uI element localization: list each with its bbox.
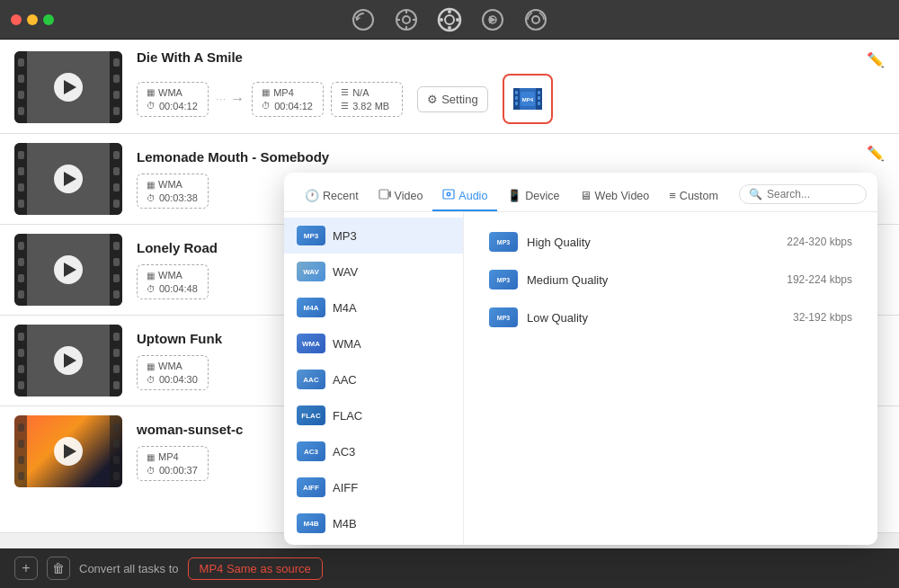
badge-m4a: M4A xyxy=(297,298,325,317)
quality-low-kbps: 32-192 kbps xyxy=(793,311,852,324)
output-format-btn-1[interactable]: MP4 xyxy=(503,74,553,124)
trash-icon: 🗑 xyxy=(52,561,65,575)
convert-label: Convert all tasks to xyxy=(79,562,179,575)
thumbnail-4[interactable] xyxy=(14,325,122,396)
tab-audio[interactable]: Audio xyxy=(432,182,497,211)
format-icon-4: ▦ xyxy=(147,361,155,371)
format-picker: 🕐 Recent Video Audio 📱 Device 🖥 xyxy=(284,173,877,545)
edit-icon-2[interactable]: ✏️ xyxy=(867,145,885,162)
add-button[interactable]: + xyxy=(14,557,38,580)
thumbnail-5[interactable] xyxy=(14,415,122,487)
svg-point-10 xyxy=(448,26,451,30)
badge-ac3: AC3 xyxy=(297,441,325,461)
traffic-lights xyxy=(11,14,54,25)
quality-high-label: High Quality xyxy=(527,236,778,249)
format-wav[interactable]: WAV WAV xyxy=(284,254,463,290)
svg-rect-22 xyxy=(515,102,518,105)
input-duration-2: 00:03:38 xyxy=(159,192,198,203)
file-info-1: Die With A Smile ▦ WMA ⏱ 00:04:12 ··· → xyxy=(122,49,885,124)
play-button-3[interactable] xyxy=(54,255,83,284)
close-button[interactable] xyxy=(11,14,22,25)
play-button-5[interactable] xyxy=(54,437,83,466)
tab-video[interactable]: Video xyxy=(369,182,433,211)
maximize-button[interactable] xyxy=(43,14,54,25)
tab-recent[interactable]: 🕐 Recent xyxy=(295,183,369,210)
thumbnail-1[interactable] xyxy=(14,51,122,123)
svg-text:MP4: MP4 xyxy=(521,97,533,102)
tab-custom[interactable]: ≡ Custom xyxy=(659,183,728,210)
badge-wma: WMA xyxy=(297,334,325,353)
output-format-icon-1: ▦ xyxy=(262,87,270,97)
duration-icon-3: ⏱ xyxy=(147,284,156,294)
recent-icon[interactable] xyxy=(351,7,376,32)
svg-rect-21 xyxy=(515,96,518,100)
quality-high-badge: MP3 xyxy=(489,232,518,252)
input-duration-3: 00:04:48 xyxy=(159,283,198,294)
play-button-4[interactable] xyxy=(54,346,83,375)
svg-rect-24 xyxy=(538,96,540,100)
setting-button-1[interactable]: ⚙ Setting xyxy=(417,86,487,112)
quality-low[interactable]: MP3 Low Quality 32-192 kbps xyxy=(478,298,863,336)
quality-low-label: Low Quality xyxy=(527,311,784,325)
input-format-5: MP4 xyxy=(158,451,179,462)
input-format-2: WMA xyxy=(158,179,182,190)
play-button-1[interactable] xyxy=(54,73,83,102)
na-icon-1: ☰ xyxy=(341,87,349,97)
input-duration-1: 00:04:12 xyxy=(159,101,198,111)
format-flac[interactable]: FLAC FLAC xyxy=(284,397,463,433)
search-input[interactable] xyxy=(767,188,857,200)
thumbnail-3[interactable] xyxy=(14,234,122,306)
input-meta-3: ▦ WMA ⏱ 00:04:48 xyxy=(137,264,209,299)
tab-webvideo[interactable]: 🖥 Web Video xyxy=(570,183,660,210)
thumbnail-2[interactable] xyxy=(14,143,122,215)
format-wma[interactable]: WMA WMA xyxy=(284,325,463,361)
quality-high-kbps: 224-320 kbps xyxy=(787,236,852,248)
delete-button[interactable]: 🗑 xyxy=(47,557,70,580)
bottom-bar: + 🗑 Convert all tasks to MP4 Same as sou… xyxy=(0,548,899,588)
input-duration-5: 00:00:37 xyxy=(159,465,198,476)
svg-rect-23 xyxy=(538,91,540,94)
picker-search[interactable]: 🔍 xyxy=(739,184,867,204)
main-content: Die With A Smile ▦ WMA ⏱ 00:04:12 ··· → xyxy=(0,40,899,588)
quality-low-badge: MP3 xyxy=(489,307,518,327)
disc-icon[interactable] xyxy=(523,7,548,32)
format-aac[interactable]: AAC AAC xyxy=(284,361,463,397)
format-m4b[interactable]: M4B M4B xyxy=(284,505,463,541)
edit-mode-icon[interactable] xyxy=(394,7,419,32)
file-item-1: Die With A Smile ▦ WMA ⏱ 00:04:12 ··· → xyxy=(0,40,899,134)
input-meta-5: ▦ MP4 ⏱ 00:00:37 xyxy=(137,446,209,481)
badge-m4b: M4B xyxy=(297,513,325,533)
video-settings-icon[interactable] xyxy=(480,7,505,32)
minimize-button[interactable] xyxy=(27,14,38,25)
format-ac3[interactable]: AC3 AC3 xyxy=(284,433,463,469)
format-m4a[interactable]: M4A M4A xyxy=(284,290,463,325)
format-icon-5: ▦ xyxy=(147,452,155,462)
svg-point-15 xyxy=(526,10,546,30)
convert-icon[interactable] xyxy=(437,7,462,32)
device-tab-icon: 📱 xyxy=(507,189,521,202)
input-meta-1: ▦ WMA ⏱ 00:04:12 xyxy=(137,82,209,117)
quality-medium-badge: MP3 xyxy=(489,270,518,290)
svg-point-11 xyxy=(440,18,443,22)
edit-icon-1[interactable]: ✏️ xyxy=(867,51,885,68)
badge-wav: WAV xyxy=(297,262,325,281)
quality-medium[interactable]: MP3 Medium Quality 192-224 kbps xyxy=(478,261,863,298)
input-meta-4: ▦ WMA ⏱ 00:04:30 xyxy=(137,355,209,390)
input-duration-4: 00:04:30 xyxy=(159,374,198,385)
output-meta-1: ▦ MP4 ⏱ 00:04:12 xyxy=(252,82,324,117)
quality-high[interactable]: MP3 High Quality 224-320 kbps xyxy=(478,223,863,261)
input-format-4: WMA xyxy=(158,361,182,371)
video-tab-icon xyxy=(378,188,391,203)
file-title-1: Die With A Smile xyxy=(137,49,870,65)
badge-aiff: AIFF xyxy=(297,477,325,497)
output-duration-icon-1: ⏱ xyxy=(262,101,271,111)
format-mp3[interactable]: MP3 MP3 xyxy=(284,218,463,254)
format-aiff[interactable]: AIFF AIFF xyxy=(284,469,463,505)
duration-icon-2: ⏱ xyxy=(147,193,156,203)
svg-rect-25 xyxy=(538,102,540,105)
tab-device[interactable]: 📱 Device xyxy=(497,183,569,210)
play-button-2[interactable] xyxy=(54,165,83,193)
format-icon-3: ▦ xyxy=(147,271,155,281)
convert-format-button[interactable]: MP4 Same as source xyxy=(188,557,323,580)
custom-tab-icon: ≡ xyxy=(669,189,676,202)
